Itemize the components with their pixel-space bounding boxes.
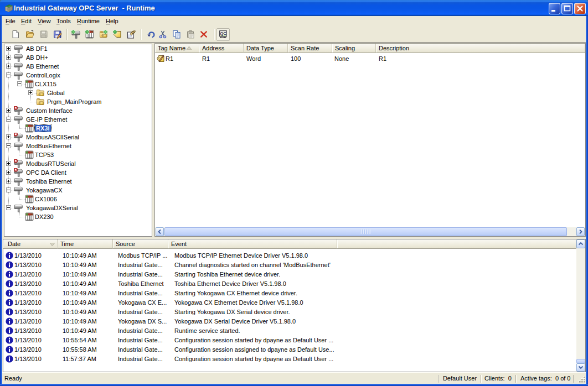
svg-text:QC: QC [220, 31, 226, 36]
